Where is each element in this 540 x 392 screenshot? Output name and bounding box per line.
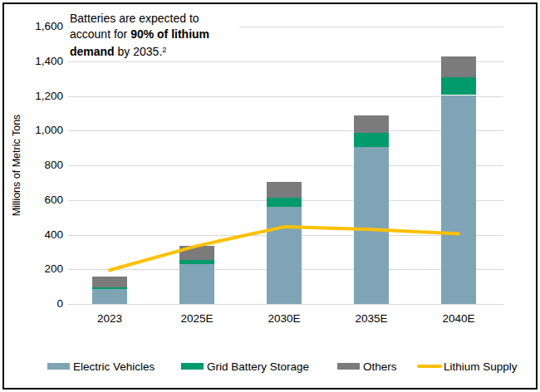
legend-color-swatch [47,363,70,370]
legend-item-grid-battery-storage: Grid Battery Storage [181,360,309,373]
legend-item-electric-vehicles: Electric Vehicles [47,360,155,373]
legend-item-others: Others [337,360,397,373]
supply-line-path [110,227,459,270]
legend: Electric VehiclesGrid Battery StorageOth… [0,360,540,375]
legend-item-lithium-supply: Lithium Supply [417,360,518,373]
annotation-footnote-marker: 2 [162,46,166,54]
legend-label: Lithium Supply [444,360,518,373]
chart-annotation: Batteries are expected to account for 90… [70,11,239,60]
annotation-text-normal-2: by 2035. [115,45,163,58]
legend-color-swatch [337,363,360,370]
legend-label: Grid Battery Storage [207,360,309,373]
chart-figure: 02004006008001,0001,2001,4001,6002023202… [0,0,540,392]
legend-label: Others [363,360,397,373]
legend-label: Electric Vehicles [73,360,155,373]
legend-line-swatch [417,365,442,368]
legend-color-swatch [181,363,204,370]
